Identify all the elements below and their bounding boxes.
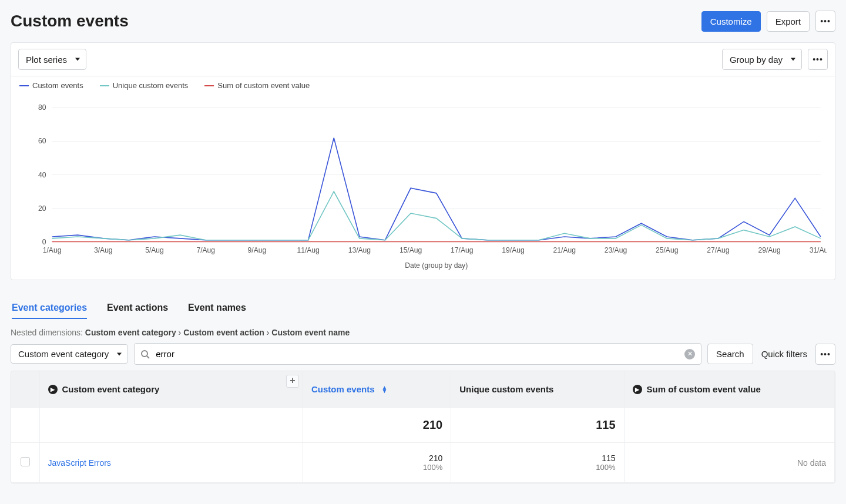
legend-label: Sum of custom event value [217, 81, 310, 90]
row-custom-events: 210 [311, 453, 442, 463]
dots-icon [813, 55, 823, 64]
total-custom-events: 210 [423, 418, 442, 431]
svg-text:15/Aug: 15/Aug [400, 246, 422, 254]
svg-text:60: 60 [38, 137, 46, 145]
column-header-label: Sum of custom event value [647, 384, 761, 394]
svg-text:80: 80 [38, 103, 46, 112]
column-header-custom-events[interactable]: Custom events ▲▼ [303, 371, 451, 407]
nested-dimensions: Nested dimensions: Custom event category… [11, 328, 835, 337]
row-unique-events-pct: 100% [459, 463, 615, 472]
legend-swatch [100, 85, 109, 86]
svg-text:29/Aug: 29/Aug [758, 246, 780, 254]
svg-text:3/Aug: 3/Aug [94, 246, 113, 254]
nested-dim: Custom event category [85, 328, 176, 337]
nested-lead: Nested dimensions: [11, 328, 85, 337]
export-button[interactable]: Export [767, 11, 810, 32]
tab-event-categories[interactable]: Event categories [12, 303, 87, 319]
column-header-label: Custom event category [62, 384, 160, 394]
svg-text:17/Aug: 17/Aug [451, 246, 473, 254]
svg-text:5/Aug: 5/Aug [145, 246, 164, 254]
column-header-label: Unique custom events [459, 384, 553, 394]
page-title: Custom events [11, 12, 129, 31]
chart-legend: Custom events Unique custom events Sum o… [11, 76, 835, 90]
tab-event-names[interactable]: Event names [188, 303, 246, 319]
table-row: JavaScript Errors 210 100% 115 100% No d… [11, 443, 835, 483]
column-header-dimension[interactable]: ▶ Custom event category [40, 371, 303, 407]
legend-label: Unique custom events [113, 81, 189, 90]
svg-text:31/Aug: 31/Aug [810, 246, 827, 254]
legend-swatch [19, 85, 29, 86]
play-icon: ▶ [633, 385, 642, 394]
legend-label: Custom events [32, 81, 83, 90]
svg-text:11/Aug: 11/Aug [297, 246, 319, 254]
more-options-button[interactable] [815, 11, 835, 32]
svg-text:21/Aug: 21/Aug [553, 246, 576, 254]
row-custom-events-pct: 100% [311, 463, 442, 472]
sort-icon: ▲▼ [382, 386, 388, 393]
svg-point-28 [142, 351, 147, 357]
data-table: ▶ Custom event category + Custom events … [11, 371, 835, 483]
customize-button[interactable]: Customize [701, 11, 761, 32]
svg-text:40: 40 [38, 171, 46, 179]
svg-text:25/Aug: 25/Aug [656, 246, 678, 254]
play-icon: ▶ [48, 385, 58, 394]
row-checkbox[interactable] [21, 457, 30, 466]
total-unique-events: 115 [596, 418, 615, 431]
search-button[interactable]: Search [707, 344, 753, 364]
dots-icon [820, 350, 831, 359]
svg-text:23/Aug: 23/Aug [605, 246, 627, 254]
row-label-link[interactable]: JavaScript Errors [48, 458, 111, 468]
svg-line-29 [147, 356, 149, 358]
add-dimension-button[interactable]: + [286, 375, 299, 388]
svg-text:9/Aug: 9/Aug [248, 246, 267, 254]
dimension-select-label: Custom event category [18, 349, 109, 359]
tab-event-actions[interactable]: Event actions [107, 303, 168, 319]
dimension-select[interactable]: Custom event category [11, 344, 128, 364]
plot-series-select[interactable]: Plot series [18, 49, 86, 70]
svg-text:0: 0 [42, 238, 46, 246]
chart-card: Plot series Group by day Custom events U… [11, 42, 835, 280]
tabs: Event categories Event actions Event nam… [11, 303, 835, 320]
row-unique-events: 115 [459, 453, 615, 463]
svg-text:19/Aug: 19/Aug [502, 246, 524, 254]
column-header-unique-events[interactable]: Unique custom events [451, 371, 623, 407]
clear-search-icon[interactable]: ✕ [684, 349, 695, 359]
group-by-label: Group by day [730, 55, 783, 65]
legend-item[interactable]: Custom events [19, 81, 83, 90]
column-header-label: Custom events [311, 384, 375, 394]
plot-series-label: Plot series [26, 55, 67, 65]
table-more-button[interactable] [815, 344, 835, 365]
search-input[interactable] [135, 344, 701, 364]
svg-text:Date (group by day): Date (group by day) [405, 261, 468, 270]
chart-more-button[interactable] [808, 49, 828, 70]
legend-item[interactable]: Sum of custom event value [204, 81, 310, 90]
search-input-wrap: ✕ [134, 343, 701, 365]
legend-swatch [204, 85, 214, 86]
svg-text:1/Aug: 1/Aug [43, 246, 62, 254]
chart: 0204060801/Aug3/Aug5/Aug7/Aug9/Aug11/Aug… [19, 93, 827, 271]
quick-filters-button[interactable]: Quick filters [759, 349, 810, 359]
svg-text:20: 20 [38, 204, 46, 213]
group-by-select[interactable]: Group by day [722, 49, 802, 70]
table-row-totals: 210 115 [11, 408, 835, 443]
nested-dim: Custom event action [183, 328, 264, 337]
column-header-sum-value[interactable]: ▶ Sum of custom event value [625, 371, 834, 407]
legend-item[interactable]: Unique custom events [100, 81, 189, 90]
row-sum-value: No data [625, 448, 834, 478]
svg-text:13/Aug: 13/Aug [348, 246, 371, 254]
nested-dim: Custom event name [271, 328, 350, 337]
svg-text:7/Aug: 7/Aug [196, 246, 215, 254]
svg-text:27/Aug: 27/Aug [707, 246, 729, 254]
dots-icon [820, 16, 831, 26]
search-icon [140, 350, 150, 359]
